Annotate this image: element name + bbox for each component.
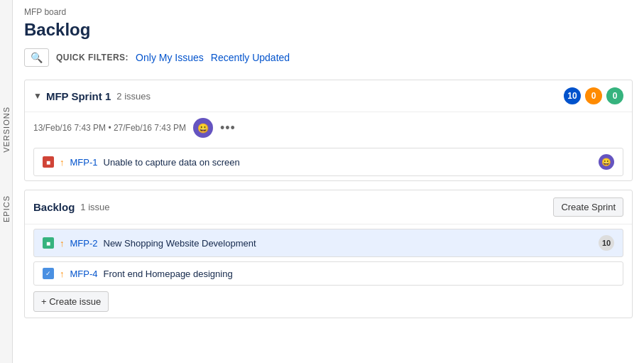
- issue-type-icon: ✓: [43, 268, 54, 279]
- quick-filters-label: QUICK FILTERS:: [56, 53, 129, 63]
- side-tabs: VERSIONS EPICS: [0, 0, 13, 363]
- filters-row: 🔍 QUICK FILTERS: Only My Issues Recently…: [24, 48, 633, 67]
- backlog-section: Backlog 1 issue Create Sprint ■ ↑ MFP-2 …: [24, 190, 633, 318]
- sprint-issues-count: 2 issues: [116, 91, 151, 102]
- issue-summary: New Shopping Website Development: [104, 238, 594, 249]
- sprint-badge-green: 0: [606, 87, 623, 104]
- main-content: MFP board Backlog 🔍 QUICK FILTERS: Only …: [13, 0, 644, 363]
- sprint-section: ▼ MFP Sprint 1 2 issues 10 0 0 13/Feb/16…: [24, 80, 633, 181]
- sidebar-item-epics[interactable]: EPICS: [2, 195, 11, 222]
- sprint-badge-blue: 10: [564, 87, 581, 104]
- breadcrumb: MFP board: [24, 7, 633, 17]
- sprint-name: MFP Sprint 1: [46, 90, 111, 102]
- only-my-issues-filter[interactable]: Only My Issues: [136, 52, 204, 63]
- create-sprint-button[interactable]: Create Sprint: [553, 197, 623, 217]
- table-row: ✓ ↑ MFP-4 Front end Homepage designing: [33, 261, 623, 286]
- issue-key[interactable]: MFP-1: [70, 157, 98, 168]
- priority-icon: ↑: [60, 157, 65, 168]
- backlog-title: Backlog: [33, 201, 75, 213]
- story-points-badge: 10: [599, 235, 614, 251]
- search-icon: 🔍: [31, 52, 43, 63]
- issue-row-right: 10: [599, 235, 614, 251]
- issue-row-right: 😀: [599, 154, 614, 170]
- table-row: ■ ↑ MFP-2 New Shopping Website Developme…: [33, 229, 623, 257]
- sprint-dates: 13/Feb/16 7:43 PM • 27/Feb/16 7:43 PM: [33, 123, 186, 133]
- sprint-meta: 13/Feb/16 7:43 PM • 27/Feb/16 7:43 PM 😀 …: [25, 112, 632, 143]
- sprint-badge-orange: 0: [585, 87, 602, 104]
- sprint-more-options[interactable]: •••: [220, 121, 236, 136]
- sprint-avatar[interactable]: 😀: [193, 118, 213, 138]
- search-box[interactable]: 🔍: [24, 48, 49, 67]
- issue-type-icon: ■: [43, 156, 54, 168]
- issue-type-icon: ■: [43, 237, 54, 249]
- priority-icon: ↑: [60, 238, 65, 249]
- recently-updated-filter[interactable]: Recently Updated: [211, 52, 290, 63]
- issue-assignee-avatar[interactable]: 😀: [599, 154, 614, 170]
- issue-key[interactable]: MFP-2: [70, 238, 98, 249]
- sprint-collapse-icon[interactable]: ▼: [33, 91, 42, 101]
- table-row: ■ ↑ MFP-1 Unable to capture data on scre…: [33, 148, 623, 176]
- issue-summary: Unable to capture data on screen: [104, 157, 594, 168]
- sprint-header-right: 10 0 0: [564, 87, 623, 104]
- backlog-count: 1 issue: [80, 202, 109, 212]
- create-issue-button[interactable]: + Create issue: [33, 291, 109, 312]
- issue-key[interactable]: MFP-4: [70, 269, 98, 279]
- sidebar-item-versions[interactable]: VERSIONS: [2, 107, 11, 153]
- sprint-header: ▼ MFP Sprint 1 2 issues 10 0 0: [25, 80, 632, 112]
- priority-icon: ↑: [60, 269, 65, 279]
- issue-summary: Front end Homepage designing: [104, 269, 615, 279]
- page-title: Backlog: [24, 20, 633, 40]
- backlog-header: Backlog 1 issue Create Sprint: [25, 190, 632, 224]
